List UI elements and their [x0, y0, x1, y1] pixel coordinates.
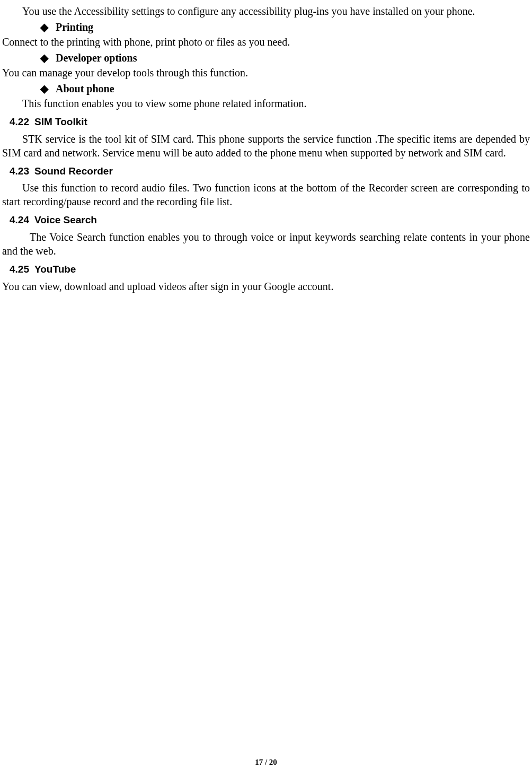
- section-sim-number: 4.22: [10, 116, 29, 127]
- bullet-printing: ◆ Printing: [40, 20, 530, 34]
- section-sim-title: SIM Toolkit: [34, 116, 87, 127]
- section-youtube-body: You can view, download and upload videos…: [2, 279, 530, 293]
- section-youtube-title: YouTube: [34, 264, 76, 275]
- printing-description: Connect to the printing with phone, prin…: [2, 35, 530, 49]
- page-total: 20: [269, 758, 277, 766]
- about-description: This function enables you to view some p…: [2, 97, 530, 110]
- bullet-developer: ◆ Developer options: [40, 51, 530, 65]
- section-youtube-heading: 4.25YouTube: [10, 263, 530, 276]
- section-sim-body: STK service is the tool kit of SIM card.…: [2, 132, 530, 160]
- page-separator: /: [263, 758, 269, 766]
- diamond-icon: ◆: [40, 22, 48, 32]
- diamond-icon: ◆: [40, 53, 48, 63]
- diamond-icon: ◆: [40, 83, 48, 94]
- section-youtube-number: 4.25: [10, 264, 29, 275]
- section-voice-title: Voice Search: [34, 214, 97, 225]
- section-voice-number: 4.24: [10, 214, 29, 225]
- page-footer: 17 / 20: [0, 757, 532, 768]
- section-voice-body: The Voice Search function enables you to…: [2, 230, 530, 258]
- intro-paragraph: You use the Accessibility settings to co…: [2, 4, 530, 18]
- section-sound-body: Use this function to record audio files.…: [2, 181, 530, 208]
- bullet-about: ◆ About phone: [40, 82, 530, 95]
- document-page: You use the Accessibility settings to co…: [0, 0, 532, 293]
- section-sim-heading: 4.22SIM Toolkit: [10, 116, 530, 129]
- section-sound-title: Sound Recorder: [34, 165, 113, 177]
- section-sound-heading: 4.23Sound Recorder: [10, 165, 530, 178]
- section-voice-heading: 4.24Voice Search: [10, 214, 530, 227]
- bullet-about-label: About phone: [56, 82, 114, 95]
- developer-description: You can manage your develop tools throug…: [2, 66, 530, 80]
- page-current: 17: [255, 758, 263, 766]
- bullet-developer-label: Developer options: [56, 51, 137, 65]
- section-sound-number: 4.23: [10, 165, 29, 177]
- bullet-printing-label: Printing: [56, 20, 93, 34]
